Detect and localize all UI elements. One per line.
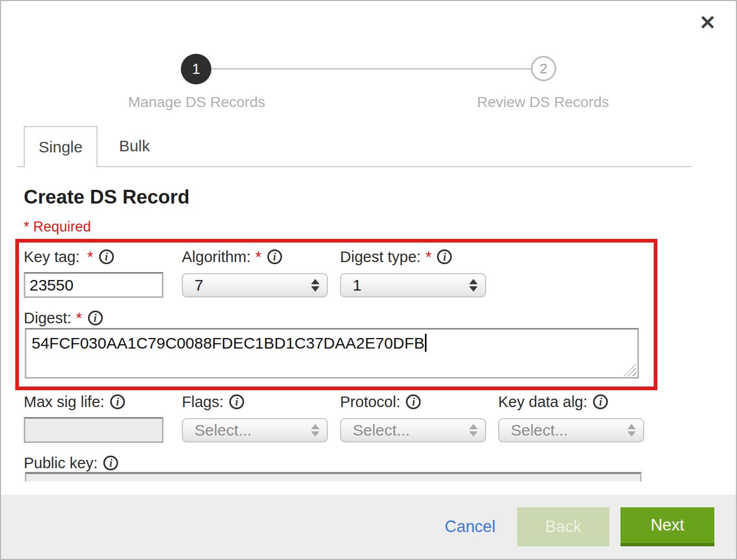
info-icon[interactable]: i [267, 249, 282, 264]
required-note: * Required [24, 219, 91, 235]
required-asterisk: * [87, 248, 93, 266]
select-arrows-icon [627, 424, 636, 437]
dialog-footer: Cancel Back Next [1, 495, 736, 559]
tab-bar: Single Bulk [17, 126, 692, 167]
info-icon[interactable]: i [110, 394, 125, 409]
digest-field-group: Digest: * i [24, 308, 103, 327]
max-sig-life-label: Max sig life: i [24, 392, 163, 411]
cancel-button[interactable]: Cancel [445, 517, 496, 536]
algorithm-select[interactable]: 7 [182, 273, 328, 297]
flags-placeholder: Select... [195, 421, 251, 439]
flags-select[interactable]: Select... [182, 418, 328, 442]
next-button[interactable]: Next [620, 507, 714, 546]
algorithm-selected-value: 7 [195, 276, 203, 294]
select-arrows-icon [469, 424, 478, 437]
create-ds-record-dialog: ✕ 1 2 Manage DS Records Review DS Record… [0, 0, 737, 560]
max-sig-life-label-text: Max sig life: [24, 393, 104, 411]
resize-handle-icon[interactable] [624, 363, 636, 376]
flags-label: Flags: i [182, 392, 328, 411]
key-tag-label-text: Key tag: [24, 248, 80, 266]
digest-type-label: Digest type: * i [340, 247, 486, 266]
back-button[interactable]: Back [517, 507, 609, 546]
key-data-alg-field-group: Key data alg: i Select... [498, 392, 644, 442]
info-icon[interactable]: i [99, 249, 114, 264]
step-1-label: Manage DS Records [128, 94, 265, 111]
info-icon[interactable]: i [593, 394, 608, 409]
key-tag-field-group: Key tag: * i [24, 247, 163, 298]
page-title: Create DS Record [24, 186, 190, 208]
required-asterisk: * [76, 310, 82, 327]
protocol-label-text: Protocol: [340, 393, 400, 411]
info-icon[interactable]: i [103, 456, 118, 470]
protocol-placeholder: Select... [353, 421, 410, 439]
stepper-connector [211, 68, 531, 70]
text-caret [425, 334, 426, 352]
close-icon[interactable]: ✕ [699, 13, 716, 33]
digest-textarea[interactable]: 54FCF030AA1C79C0088FDEC1BD1C37DAA2E70DFB [25, 328, 639, 379]
public-key-label-text: Public key: [24, 455, 98, 472]
tab-bulk[interactable]: Bulk [98, 126, 171, 166]
algorithm-label-text: Algorithm: [182, 248, 251, 266]
key-tag-label: Key tag: * i [24, 247, 163, 266]
info-icon[interactable]: i [406, 394, 421, 409]
flags-label-text: Flags: [182, 393, 224, 411]
tab-single[interactable]: Single [24, 126, 98, 167]
public-key-label: Public key: i [24, 453, 118, 472]
flags-field-group: Flags: i Select... [182, 392, 328, 442]
required-asterisk: * [425, 248, 431, 266]
protocol-label: Protocol: i [340, 392, 486, 411]
algorithm-label: Algorithm: * i [182, 247, 328, 266]
required-asterisk: * [256, 248, 261, 266]
key-data-alg-label-text: Key data alg: [498, 393, 587, 411]
select-arrows-icon [311, 424, 319, 437]
info-icon[interactable]: i [229, 394, 244, 409]
key-data-alg-select[interactable]: Select... [498, 418, 644, 442]
key-data-alg-label: Key data alg: i [498, 392, 644, 411]
key-tag-input[interactable] [24, 272, 163, 298]
protocol-select[interactable]: Select... [340, 418, 486, 442]
step-2-label: Review DS Records [474, 94, 612, 111]
digest-type-select[interactable]: 1 [340, 273, 486, 297]
key-data-alg-placeholder: Select... [511, 421, 568, 439]
digest-type-selected-value: 1 [353, 276, 362, 294]
digest-type-field-group: Digest type: * i 1 [340, 247, 486, 297]
max-sig-life-input[interactable] [24, 417, 163, 443]
public-key-field-group: Public key: i [24, 453, 118, 472]
select-arrows-icon [469, 279, 478, 292]
info-icon[interactable]: i [437, 249, 452, 264]
max-sig-life-field-group: Max sig life: i [24, 392, 163, 443]
step-2-circle: 2 [531, 56, 556, 81]
protocol-field-group: Protocol: i Select... [340, 392, 486, 442]
algorithm-field-group: Algorithm: * i 7 [182, 247, 328, 297]
step-1-circle: 1 [181, 54, 211, 84]
digest-label: Digest: * i [24, 308, 103, 327]
digest-value: 54FCF030AA1C79C0088FDEC1BD1C37DAA2E70DFB [32, 334, 424, 352]
digest-label-text: Digest: [24, 310, 71, 327]
select-arrows-icon [311, 279, 319, 292]
info-icon[interactable]: i [88, 311, 103, 325]
public-key-textarea[interactable] [25, 472, 642, 481]
digest-type-label-text: Digest type: [340, 248, 421, 266]
